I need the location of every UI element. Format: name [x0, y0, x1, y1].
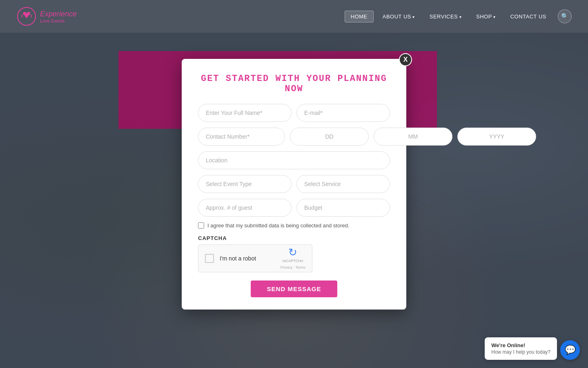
modal: X GET STARTED WITH YOUR PLANNING NOW	[182, 59, 406, 310]
captcha-container[interactable]: I'm not a robot ↻ reCAPTCHA Privacy · Te…	[198, 245, 312, 272]
service-input[interactable]	[296, 175, 390, 193]
consent-label: I agree that my submitted data is being …	[207, 222, 350, 229]
form-row-event-service	[198, 175, 390, 193]
captcha-label: CAPTCHA	[198, 235, 390, 241]
full-name-input[interactable]	[198, 104, 292, 122]
recaptcha-privacy-terms: Privacy · Terms	[281, 265, 305, 269]
chat-bubble: We're Online! How may I help you today?	[485, 337, 557, 360]
date-yyyy-input[interactable]	[457, 128, 536, 146]
modal-close-button[interactable]: X	[399, 53, 412, 66]
form-row-guests-budget	[198, 199, 390, 217]
recaptcha-icon: ↻	[288, 246, 297, 258]
location-input[interactable]	[198, 151, 390, 169]
form-row-location	[198, 151, 390, 169]
guests-input[interactable]	[198, 199, 292, 217]
modal-overlay: X GET STARTED WITH YOUR PLANNING NOW	[0, 0, 588, 368]
captcha-logo: ↻ reCAPTCHA Privacy · Terms	[281, 246, 305, 270]
consent-checkbox[interactable]	[198, 222, 204, 229]
event-type-input[interactable]	[198, 175, 292, 193]
contact-input[interactable]	[198, 128, 285, 146]
captcha-text: I'm not a robot	[220, 255, 256, 262]
chat-title: We're Online!	[491, 342, 550, 348]
modal-title: GET STARTED WITH YOUR PLANNING NOW	[198, 74, 390, 94]
form-row-contact-date	[198, 128, 390, 146]
date-dd-input[interactable]	[290, 128, 369, 146]
recaptcha-label: reCAPTCHA	[281, 259, 305, 263]
date-mm-input[interactable]	[374, 128, 452, 146]
captcha-checkbox[interactable]	[205, 254, 214, 263]
email-input[interactable]	[296, 104, 390, 122]
chat-icon: 💬	[565, 345, 576, 355]
send-message-button[interactable]: Send Message	[251, 280, 338, 297]
chat-widget: We're Online! How may I help you today? …	[485, 337, 580, 360]
chat-open-button[interactable]: 💬	[560, 340, 580, 360]
form-row-name-email	[198, 104, 390, 122]
consent-row: I agree that my submitted data is being …	[198, 222, 390, 229]
chat-subtitle: How may I help you today?	[491, 349, 550, 355]
budget-input[interactable]	[296, 199, 390, 217]
